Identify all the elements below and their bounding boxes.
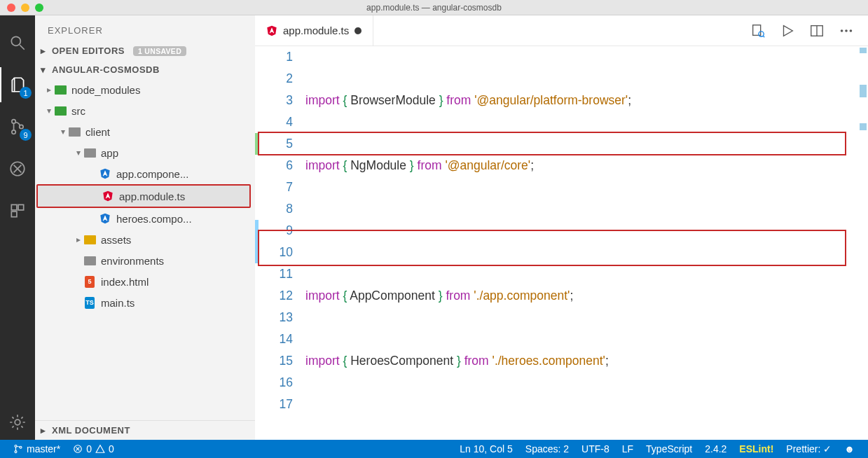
angular-icon: [266, 25, 277, 37]
eol[interactable]: LF: [616, 443, 640, 454]
svg-point-1: [12, 120, 15, 123]
tree-label: node_modules: [71, 84, 140, 96]
file-tree: ▸node_modules ▾src ▾client ▾app app.comp…: [35, 79, 255, 420]
tab-bar: app.module.ts: [255, 15, 868, 46]
tree-label: index.html: [101, 276, 149, 288]
cursor-position[interactable]: Ln 10, Col 5: [453, 443, 519, 454]
tree-file-appmodule[interactable]: app.module.ts: [38, 186, 249, 207]
code-lines[interactable]: import { BrowserModule } from '@angular/…: [305, 46, 868, 440]
window-title: app.module.ts — angular-cosmosdb: [0, 3, 868, 13]
git-branch[interactable]: master*: [7, 443, 67, 454]
svg-point-13: [845, 29, 848, 32]
svg-point-8: [15, 419, 20, 425]
tree-folder-assets[interactable]: ▸assets: [35, 229, 255, 250]
explorer-sidebar: EXPLORER ▸ OPEN EDITORS 1 UNSAVED ▾ ANGU…: [35, 15, 255, 440]
tree-file-appcomponent[interactable]: app.compone...: [35, 163, 255, 184]
tree-folder-src[interactable]: ▾src: [35, 100, 255, 121]
run-icon[interactable]: [780, 23, 795, 39]
tree-file-heroes[interactable]: heroes.compo...: [35, 208, 255, 229]
debug-icon[interactable]: [0, 151, 35, 186]
feedback-icon[interactable]: ☻: [838, 443, 861, 454]
tab-label: app.module.ts: [283, 25, 349, 36]
settings-gear-icon[interactable]: [0, 405, 35, 440]
chevron-right-icon: ▸: [41, 425, 48, 436]
activity-bar: 1 9: [0, 15, 35, 440]
search-icon[interactable]: [0, 25, 35, 60]
svg-rect-7: [11, 211, 17, 217]
indent[interactable]: Spaces: 2: [519, 443, 575, 454]
svg-rect-5: [11, 204, 17, 210]
diff-added-mark: [255, 133, 259, 155]
diff-modified-mark: [255, 220, 259, 263]
tree-label: client: [85, 126, 110, 138]
unsaved-badge: 1 UNSAVED: [133, 46, 186, 56]
sidebar-title: EXPLORER: [35, 15, 255, 41]
editor-actions: [750, 15, 868, 46]
find-file-icon[interactable]: [750, 23, 766, 39]
tree-folder-environments[interactable]: environments: [35, 250, 255, 271]
minimap[interactable]: [855, 46, 868, 440]
more-icon[interactable]: [839, 23, 854, 39]
svg-point-12: [841, 29, 843, 32]
tree-folder-client[interactable]: ▾client: [35, 121, 255, 142]
svg-point-10: [759, 31, 764, 36]
chevron-right-icon: ▸: [41, 46, 48, 56]
title-bar: app.module.ts — angular-cosmosdb: [0, 0, 868, 15]
branch-icon: [13, 444, 23, 454]
xml-doc-label: XML DOCUMENT: [52, 425, 130, 436]
open-editors-section[interactable]: ▸ OPEN EDITORS 1 UNSAVED: [35, 41, 255, 60]
tree-label: src: [71, 105, 85, 117]
workspace-label: ANGULAR-COSMOSDB: [52, 64, 160, 75]
highlight-box-line5: [258, 132, 846, 155]
tree-label: app.module.ts: [119, 190, 185, 202]
tree-file-index[interactable]: 5index.html: [35, 271, 255, 292]
svg-point-2: [12, 130, 15, 134]
workspace-section[interactable]: ▾ ANGULAR-COSMOSDB: [35, 60, 255, 79]
tree-folder-app[interactable]: ▾app: [35, 142, 255, 163]
tree-label: assets: [101, 234, 131, 246]
problems[interactable]: 0 0: [67, 443, 120, 454]
xml-document-section[interactable]: ▸ XML DOCUMENT: [35, 420, 255, 440]
eslint-status[interactable]: ESLint!: [733, 443, 780, 454]
tree-label: app.compone...: [116, 168, 188, 180]
tab-appmodule[interactable]: app.module.ts: [255, 15, 373, 46]
explorer-icon[interactable]: 1: [0, 67, 35, 102]
language-mode[interactable]: TypeScript: [640, 443, 698, 454]
svg-point-15: [15, 445, 17, 447]
warning-icon: [95, 444, 105, 454]
svg-point-16: [15, 451, 17, 453]
explorer-badge: 1: [20, 87, 32, 99]
extensions-icon[interactable]: [0, 193, 35, 228]
split-editor-icon[interactable]: [809, 23, 825, 39]
source-control-icon[interactable]: 9: [0, 109, 35, 144]
ts-version[interactable]: 2.4.2: [698, 443, 733, 454]
tree-label: heroes.compo...: [116, 213, 192, 225]
tree-label: main.ts: [101, 297, 135, 309]
svg-rect-6: [18, 204, 24, 210]
status-bar: master* 0 0 Ln 10, Col 5 Spaces: 2 UTF-8…: [0, 440, 868, 458]
error-icon: [73, 444, 83, 454]
tree-file-main[interactable]: TSmain.ts: [35, 292, 255, 313]
svg-point-14: [850, 29, 853, 32]
chevron-down-icon: ▾: [41, 64, 48, 75]
tree-label: app: [101, 147, 118, 159]
editor-area: app.module.ts 1234567891011121314151617 …: [255, 15, 868, 440]
tree-folder-node-modules[interactable]: ▸node_modules: [35, 79, 255, 100]
prettier-status[interactable]: Prettier: ✓: [780, 443, 838, 454]
scm-badge: 9: [20, 129, 32, 141]
svg-rect-9: [753, 25, 761, 35]
tree-label: environments: [101, 255, 164, 267]
code-editor[interactable]: 1234567891011121314151617 import { Brows…: [255, 46, 868, 440]
svg-point-0: [11, 36, 20, 46]
highlight-box-file: app.module.ts: [36, 184, 251, 208]
line-gutter: 1234567891011121314151617: [255, 46, 305, 440]
modified-dot-icon: [354, 27, 361, 34]
open-editors-label: OPEN EDITORS: [52, 46, 125, 56]
encoding[interactable]: UTF-8: [575, 443, 616, 454]
